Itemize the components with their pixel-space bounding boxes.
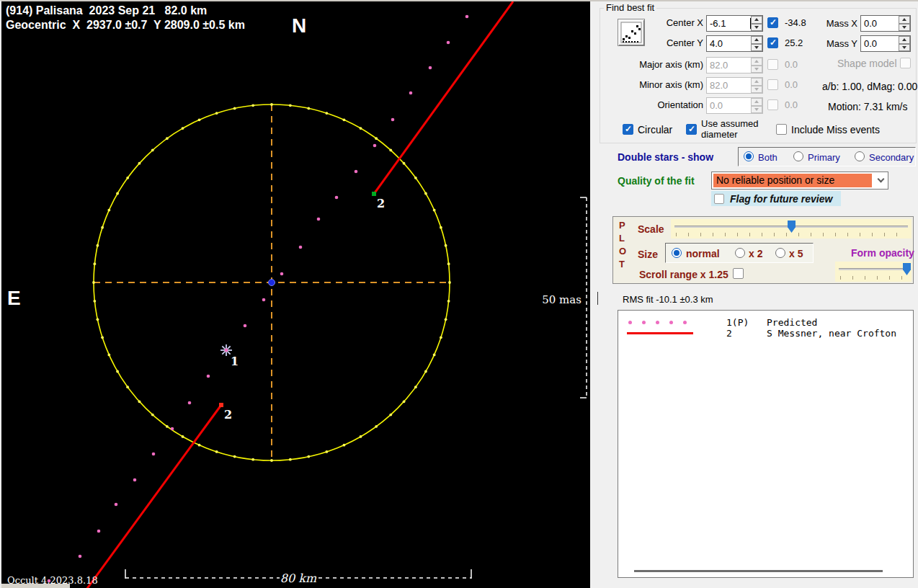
size-x5-radio[interactable] [775,248,785,258]
center-x-shift-value: -34.8 [785,17,806,28]
center-y-shift-value: 25.2 [785,37,803,48]
legend-num: 1(P) [726,317,767,328]
size-label: Size [638,249,658,260]
plot-letter-t: T [619,259,625,270]
scale-slider[interactable] [671,219,912,239]
motion-text: Motion: 7.31 km/s [828,101,908,112]
mass-y-input[interactable]: 0.0 [860,35,911,52]
legend-name: Predicted [767,317,817,328]
mass-x-input[interactable]: 0.0 [860,15,911,32]
quality-combobox[interactable]: No reliable position or size [711,172,888,190]
observed-line-symbol [624,332,726,334]
flag-review-row: Flag for future review [711,191,841,206]
major-axis-fit-checkbox [767,59,778,70]
scroll-range-checkbox[interactable] [733,268,744,279]
double-stars-both-radio[interactable] [744,151,754,161]
circular-checkbox[interactable] [623,124,633,135]
double-stars-label: Double stars - show [618,151,713,163]
svg-text:2: 2 [377,197,385,210]
flag-review-checkbox[interactable] [714,194,724,204]
minor-axis-fit-checkbox [767,79,778,90]
quality-label: Quality of the fit [618,175,695,187]
size-x2-label: x 2 [749,248,762,259]
center-x-fit-checkbox[interactable] [767,17,778,28]
plot-title-line2: Geocentric X 2937.0 ±0.7 Y 2809.0 ±0.5 k… [6,19,245,32]
scale-slider-ticks [676,233,906,236]
scroll-range-label: Scroll range x 1.25 [639,269,728,280]
form-opacity-thumb[interactable] [903,263,911,275]
plot-svg[interactable]: 22150 mas80 km [1,1,590,588]
shape-model-checkbox [900,58,911,68]
east-label: E [7,287,21,310]
double-stars-primary-radio[interactable] [793,151,803,161]
plot-letter-l: L [619,233,625,244]
orientation-input: 0.0 [706,97,763,114]
size-x2-radio[interactable] [735,248,745,258]
orientation-fit-checkbox [767,99,778,110]
mass-x-spinner[interactable] [899,16,910,31]
legend-row-predicted: 1(P) Predicted [624,317,913,328]
form-opacity-slider[interactable] [835,262,912,282]
use-assumed-label-line1: Use assumed [701,118,758,129]
center-y-spinner[interactable] [751,36,762,51]
center-x-input[interactable]: -6.1 [706,15,763,32]
mass-x-label: Mass X [806,18,857,29]
plot-controls-panel: P L O T Scale Size normal x 2 x 5 Form o… [612,216,914,284]
legend-hscrollbar[interactable] [634,570,883,572]
legend-row-observed: 2 S Messner, near Crofton [624,328,913,339]
major-axis-input: 82.0 [706,57,763,74]
center-y-input[interactable]: 4.0 [706,35,763,52]
svg-text:2: 2 [224,408,232,422]
center-x-spinner[interactable] [751,16,762,31]
double-stars-secondary-radio[interactable] [855,151,865,161]
use-assumed-diameter-checkbox[interactable] [686,124,697,135]
double-stars-primary-label: Primary [808,152,840,163]
double-stars-radio-group: Both Primary Secondary [738,147,916,166]
legend-num: 2 [726,328,767,339]
size-normal-radio[interactable] [672,248,682,258]
legend-name: S Messner, near Crofton [767,328,896,339]
svg-text:50 mas: 50 mas [542,293,581,306]
plot-area[interactable]: 22150 mas80 km (914) Palisana 2023 Sep 2… [1,1,590,588]
include-miss-events-checkbox[interactable] [776,124,787,135]
occult-window: 22150 mas80 km (914) Palisana 2023 Sep 2… [0,0,918,588]
scale-slider-thumb[interactable] [788,220,796,233]
mass-y-label: Mass Y [806,38,857,49]
minor-axis-label: Minor axis (km) [605,79,703,90]
mass-y-spinner[interactable] [899,36,910,51]
size-normal-label: normal [686,248,720,259]
svg-text:80 km: 80 km [280,571,317,585]
quality-value: No reliable position or size [713,174,872,187]
form-opacity-ticks [840,276,906,280]
form-opacity-label: Form opacity [851,247,914,259]
legend-listbox[interactable]: 1(P) Predicted 2 S Messner, near Crofton [618,310,914,578]
scale-label: Scale [638,223,664,235]
circular-label: Circular [638,124,672,135]
dropdown-arrow-icon[interactable] [873,172,888,189]
use-assumed-label-line2: diameter [701,129,738,140]
double-stars-both-label: Both [758,152,777,163]
find-best-fit-title: Find best fit [604,2,656,13]
orientation-label: Orientation [605,99,703,110]
major-axis-label: Major axis (km) [605,59,703,70]
ab-dmag-text: a/b: 1.00, dMag: 0.00 [822,81,917,92]
minor-axis-shift-value: 0.0 [785,79,798,90]
plot-title-line1: (914) Palisana 2023 Sep 21 82.0 km [6,4,207,17]
panel-separator [597,292,598,305]
svg-text:1: 1 [231,355,239,368]
predicted-dotted-symbol [624,321,726,324]
center-y-fit-checkbox[interactable] [767,37,778,48]
plot-letter-o: O [619,246,626,257]
major-axis-shift-value: 0.0 [785,59,798,70]
fit-plot-button[interactable] [618,19,645,46]
scatter-plot-icon [618,19,644,45]
flag-review-label: Flag for future review [730,193,832,205]
shape-model-label: Shape model [837,58,897,69]
center-x-label: Center X [662,17,703,28]
bottom-left-bar [1,584,70,588]
center-y-label: Center Y [662,37,703,48]
size-radio-group: normal x 2 x 5 [665,243,814,263]
form-opacity-track [839,268,908,270]
double-stars-secondary-label: Secondary [869,152,914,163]
control-panel: Find best fit Center X -6.1 [590,1,918,588]
